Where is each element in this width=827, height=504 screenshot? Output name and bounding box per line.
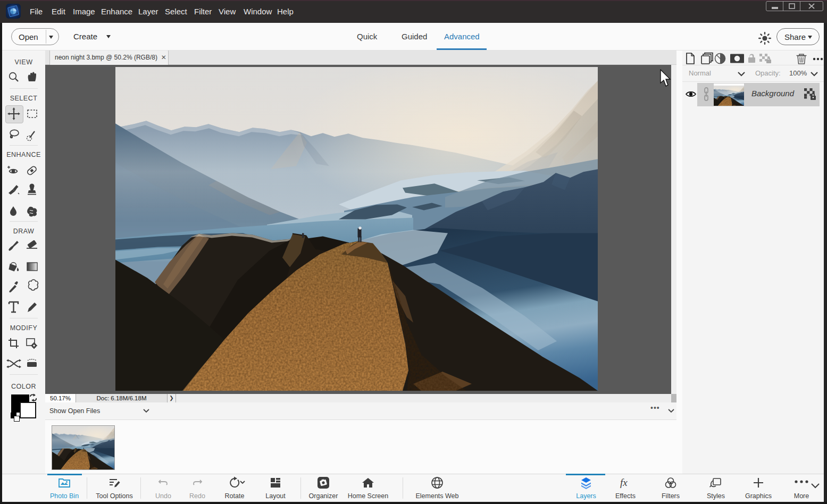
svg-text:fx: fx	[620, 477, 628, 488]
